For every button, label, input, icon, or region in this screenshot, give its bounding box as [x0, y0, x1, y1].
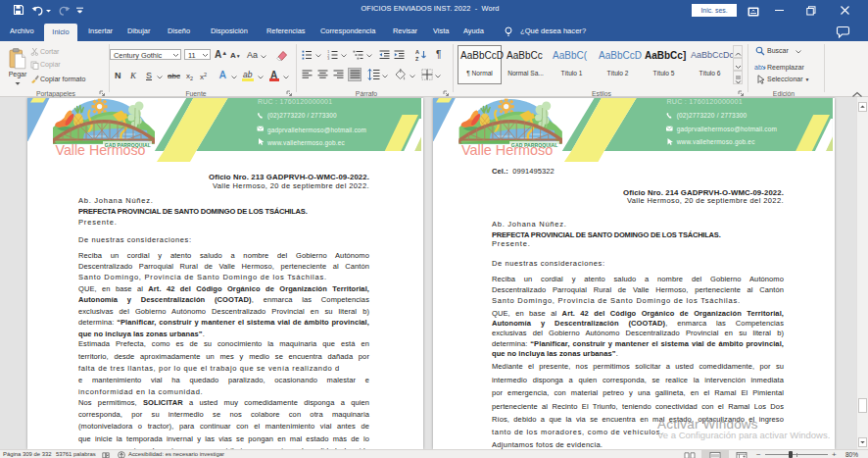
svg-text:A: A: [415, 49, 419, 55]
svg-text:ab: ab: [754, 64, 762, 71]
svg-text:Z: Z: [415, 55, 419, 61]
svg-text:3: 3: [327, 57, 329, 60]
